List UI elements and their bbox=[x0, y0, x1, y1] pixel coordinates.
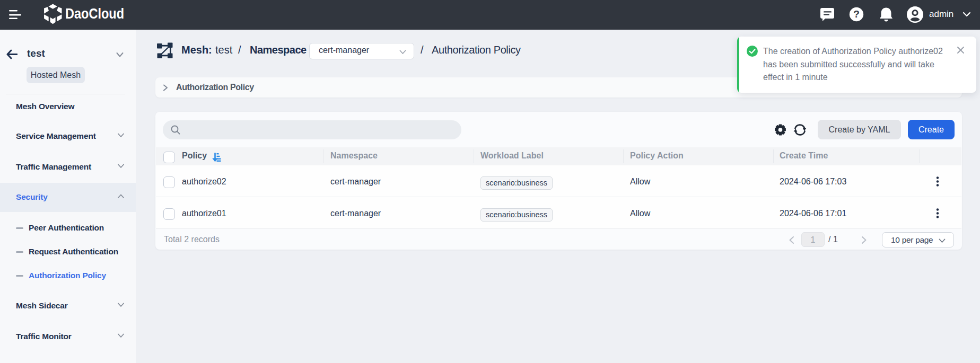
svg-text:?: ? bbox=[853, 8, 860, 20]
